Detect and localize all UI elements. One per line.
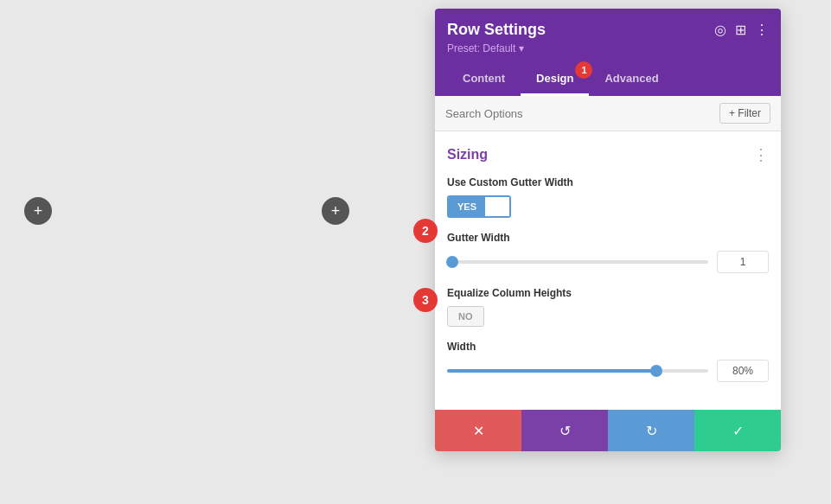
- panel-header-icons: ◎ ⊞ ⋮: [714, 22, 769, 38]
- undo-icon: ↺: [559, 423, 571, 439]
- width-value[interactable]: 80%: [717, 360, 769, 382]
- step-badge-2: 2: [413, 219, 438, 243]
- gutter-width-thumb[interactable]: [446, 256, 458, 268]
- panel-title: Row Settings: [447, 21, 546, 39]
- custom-gutter-setting: Use Custom Gutter Width YES: [447, 176, 769, 218]
- panel-footer: ✕ ↺ ↻ ✓: [435, 410, 781, 451]
- gutter-width-setting: Gutter Width 1: [447, 232, 769, 273]
- filter-button[interactable]: + Filter: [719, 103, 770, 124]
- redo-icon: ↻: [646, 423, 657, 439]
- layout-icon[interactable]: ⊞: [735, 22, 746, 38]
- undo-button[interactable]: ↺: [521, 410, 608, 451]
- search-bar: + Filter: [435, 96, 781, 131]
- width-setting: Width 80%: [447, 341, 769, 382]
- tab-design[interactable]: Design 1: [521, 63, 589, 96]
- sizing-title: Sizing: [447, 147, 488, 163]
- panel-tabs: Content Design 1 Advanced: [447, 63, 769, 96]
- panel-body: Sizing ⋮ Use Custom Gutter Width YES Gut…: [435, 131, 781, 410]
- more-icon[interactable]: ⋮: [755, 22, 769, 38]
- row-settings-panel: Row Settings ◎ ⊞ ⋮ Preset: Default ▾ Con…: [435, 9, 781, 451]
- target-icon[interactable]: ◎: [714, 22, 726, 38]
- gutter-width-track[interactable]: [447, 260, 708, 264]
- width-track[interactable]: [447, 369, 708, 373]
- gutter-width-value[interactable]: 1: [717, 251, 769, 273]
- custom-gutter-label: Use Custom Gutter Width: [447, 176, 769, 188]
- width-slider-row: 80%: [447, 360, 769, 382]
- gutter-width-label: Gutter Width: [447, 232, 769, 244]
- gutter-width-slider-row: 1: [447, 251, 769, 273]
- tab-content[interactable]: Content: [447, 63, 521, 96]
- redo-button[interactable]: ↻: [608, 410, 694, 451]
- equalize-heights-setting: Equalize Column Heights NO: [447, 287, 769, 327]
- add-column-left-button[interactable]: +: [24, 197, 52, 225]
- panel-header-top: Row Settings ◎ ⊞ ⋮: [447, 21, 769, 39]
- sizing-section-header: Sizing ⋮: [447, 145, 769, 164]
- width-thumb[interactable]: [650, 365, 662, 377]
- plus-icon: +: [34, 203, 43, 219]
- width-label: Width: [447, 341, 769, 353]
- toggle-yes-option[interactable]: YES: [449, 197, 485, 216]
- plus-icon-right: +: [331, 203, 341, 219]
- search-options-input[interactable]: [445, 107, 713, 120]
- equalize-no-option[interactable]: NO: [448, 307, 483, 326]
- width-fill: [447, 369, 656, 373]
- equalize-heights-label: Equalize Column Heights: [447, 287, 769, 299]
- tab-advanced[interactable]: Advanced: [589, 63, 674, 96]
- sizing-menu-icon[interactable]: ⋮: [753, 145, 769, 164]
- toggle-no-option[interactable]: [485, 197, 509, 216]
- step-badge-3: 3: [413, 288, 438, 312]
- custom-gutter-toggle[interactable]: YES: [447, 195, 511, 218]
- panel-header: Row Settings ◎ ⊞ ⋮ Preset: Default ▾ Con…: [435, 9, 781, 96]
- delete-button[interactable]: ✕: [435, 410, 521, 451]
- add-column-right-button[interactable]: +: [322, 197, 349, 225]
- panel-preset[interactable]: Preset: Default ▾: [447, 42, 769, 54]
- confirm-button[interactable]: ✓: [694, 410, 781, 451]
- delete-icon: ✕: [473, 423, 484, 439]
- equalize-heights-toggle[interactable]: NO: [447, 306, 484, 327]
- confirm-icon: ✓: [732, 423, 744, 439]
